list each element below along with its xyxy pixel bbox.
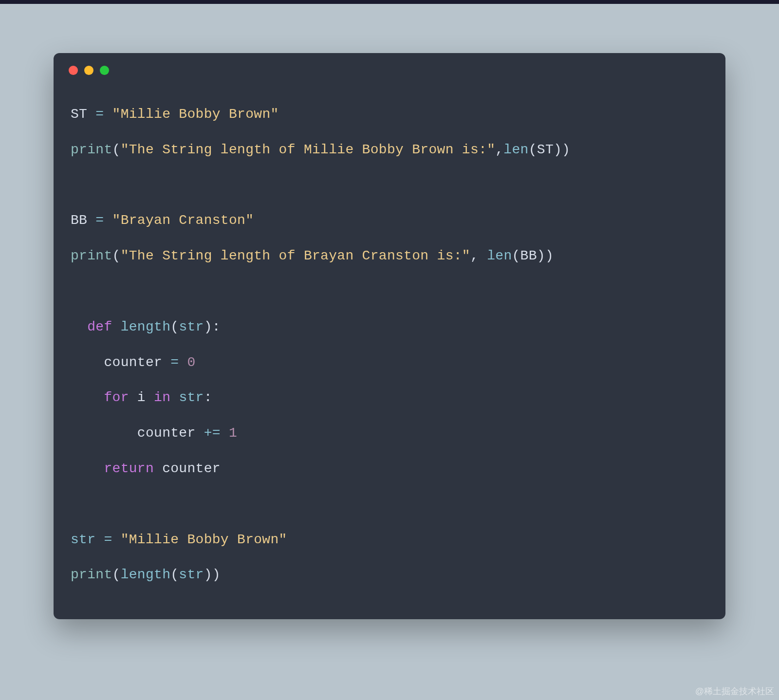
code-token: )): [537, 248, 554, 263]
code-token: str: [179, 567, 204, 582]
code-token: str: [179, 390, 204, 405]
code-token: [129, 390, 137, 405]
code-token: )): [204, 567, 221, 582]
code-token: [146, 390, 154, 405]
code-token: (: [112, 567, 121, 582]
code-token: [71, 319, 87, 334]
code-token: "Millie Bobby Brown": [112, 107, 279, 122]
code-token: (: [112, 248, 121, 263]
maximize-icon[interactable]: [100, 66, 109, 75]
code-token: =: [87, 213, 112, 228]
code-token: str: [71, 532, 95, 547]
code-token: "The String length of Millie Bobby Brown…: [121, 142, 496, 157]
top-bar: [0, 0, 779, 4]
code-token: print: [71, 248, 112, 263]
code-token: BB: [520, 248, 537, 263]
code-token: =: [87, 107, 112, 122]
code-token: ,: [470, 248, 487, 263]
code-token: [170, 390, 179, 405]
code-token: ):: [204, 319, 221, 334]
code-token: [71, 461, 104, 476]
code-token: str: [179, 319, 204, 334]
code-token: :: [204, 390, 212, 405]
code-token: BB: [71, 213, 87, 228]
code-token: =: [162, 355, 187, 370]
code-token: (: [112, 142, 121, 157]
code-token: length: [121, 567, 171, 582]
code-token: [154, 461, 162, 476]
code-token: )): [554, 142, 570, 157]
code-token: +=: [196, 425, 229, 441]
code-token: (: [170, 319, 179, 334]
code-token: (: [512, 248, 520, 263]
code-token: in: [154, 390, 170, 405]
code-token: "The String length of Brayan Cranston is…: [121, 248, 470, 263]
code-token: len: [487, 248, 512, 263]
code-token: i: [137, 390, 146, 405]
code-token: length: [121, 319, 171, 334]
code-token: 1: [229, 425, 237, 441]
minimize-icon[interactable]: [84, 66, 93, 75]
code-token: =: [95, 532, 120, 547]
code-token: def: [87, 319, 112, 334]
code-token: ST: [537, 142, 554, 157]
code-token: counter: [104, 355, 162, 370]
code-token: print: [71, 567, 112, 582]
code-content: ST = "Millie Bobby Brown" print("The Str…: [54, 75, 725, 608]
code-token: 0: [187, 355, 195, 370]
code-token: "Brayan Cranston": [112, 213, 254, 228]
code-token: (: [529, 142, 537, 157]
code-token: [71, 425, 137, 441]
watermark: @稀土掘金技术社区: [695, 685, 774, 697]
code-token: ,: [495, 142, 503, 157]
code-token: [71, 390, 104, 405]
code-token: print: [71, 142, 112, 157]
code-token: counter: [137, 425, 196, 441]
close-icon[interactable]: [69, 66, 78, 75]
code-token: return: [104, 461, 154, 476]
code-token: for: [104, 390, 129, 405]
window-controls: [54, 53, 725, 75]
code-token: "Millie Bobby Brown": [121, 532, 287, 547]
code-token: [112, 319, 121, 334]
code-token: (: [170, 567, 179, 582]
code-token: counter: [162, 461, 221, 476]
code-window: ST = "Millie Bobby Brown" print("The Str…: [54, 53, 725, 619]
code-token: ST: [71, 107, 87, 122]
code-token: [71, 355, 104, 370]
code-token: len: [503, 142, 528, 157]
